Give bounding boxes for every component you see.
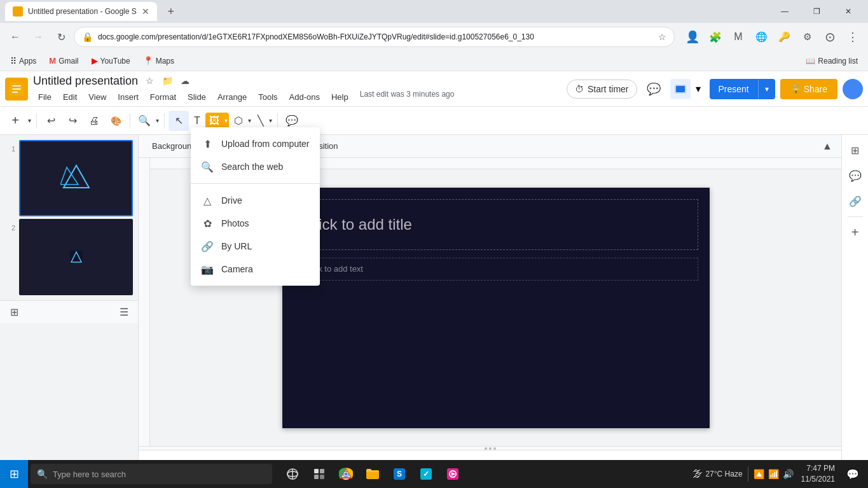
new-tab-button[interactable]: +	[162, 3, 180, 20]
ext-btn2[interactable]: ⚙	[797, 27, 817, 47]
toolbar-zoom[interactable]: 🔍 ▾	[134, 112, 160, 129]
slide-title-placeholder[interactable]: Click to add title	[294, 199, 698, 250]
toolbar-shapes-btn[interactable]: ⬡ ▾	[230, 112, 252, 129]
separator-2	[130, 113, 130, 129]
menu-addons[interactable]: Add-ons	[284, 90, 325, 104]
photos-icon: ✿	[201, 217, 214, 230]
slide-thumbnail-1[interactable]	[19, 140, 133, 216]
bookmark-youtube[interactable]: ▶ YouTube	[86, 55, 135, 67]
browser-tab[interactable]: Untitled presentation - Google S ✕	[5, 2, 157, 21]
menu-file[interactable]: File	[33, 90, 57, 104]
wifi-icon[interactable]: 📶	[768, 469, 779, 479]
star-icon[interactable]: ☆	[142, 73, 157, 88]
taskbar-app6[interactable]: ✓	[413, 461, 439, 487]
camera-item[interactable]: 📷 Camera	[191, 258, 320, 281]
search-web-item[interactable]: 🔍 Search the web	[191, 155, 320, 178]
bookmark-apps[interactable]: ⠿ Apps	[5, 55, 41, 67]
bookmark-star-icon[interactable]: ☆	[658, 32, 666, 42]
profile-circle-icon[interactable]: ⊙	[820, 27, 840, 47]
present-dropdown-icon[interactable]: ▾	[758, 80, 775, 99]
taskbar-widgets[interactable]	[307, 461, 332, 487]
start-button[interactable]: ⊞	[0, 460, 28, 488]
address-bar[interactable]: 🔒 docs.google.com/presentation/d/1eGTXE6…	[74, 27, 675, 47]
bookmark-gmail[interactable]: M Gmail	[44, 55, 83, 67]
tab-close-button[interactable]: ✕	[142, 6, 149, 17]
extension-icon-btn[interactable]: 🧩	[705, 27, 726, 47]
slide-mode-btn[interactable]	[670, 79, 691, 99]
taskbar-task-view[interactable]	[280, 461, 305, 487]
add-panel-btn[interactable]: +	[845, 222, 865, 242]
close-button[interactable]: ✕	[834, 2, 863, 21]
network-icon[interactable]: 🔼	[754, 469, 764, 479]
back-button[interactable]: ←	[5, 27, 25, 47]
taskbar-chrome[interactable]	[333, 461, 359, 487]
comment-button[interactable]: 💬	[642, 78, 665, 101]
notification-button[interactable]: 💬	[843, 460, 863, 488]
reload-button[interactable]: ↻	[51, 27, 71, 47]
reading-list-button[interactable]: 📖 Reading list	[801, 55, 863, 67]
toolbar-redo-btn[interactable]: ↪	[62, 111, 83, 131]
toolbar-image-btn[interactable]: 🖼 ▾	[205, 113, 229, 129]
folder-icon[interactable]: 📁	[160, 73, 175, 88]
menu-view[interactable]: View	[83, 90, 111, 104]
slides-header: Untitled presentation ☆ 📁 ☁ File Edit Vi…	[0, 71, 868, 107]
menu-tools[interactable]: Tools	[253, 90, 282, 104]
toolbar-undo-btn[interactable]: ↩	[41, 111, 61, 131]
present-button[interactable]: Present ▾	[710, 79, 775, 99]
minimize-button[interactable]: —	[770, 2, 799, 21]
cloud-icon[interactable]: ☁	[177, 73, 193, 88]
maximize-button[interactable]: ❐	[802, 2, 831, 21]
comments-panel-btn[interactable]: 💬	[845, 165, 865, 186]
toolbar-print-btn[interactable]: 🖨	[84, 111, 104, 131]
slide-mode-dropdown[interactable]: ▾	[692, 79, 705, 99]
menu-arrange[interactable]: Arrange	[212, 90, 252, 104]
volume-icon[interactable]: 🔊	[783, 469, 794, 479]
image-dropdown-icon[interactable]: ▾	[223, 115, 229, 127]
taskbar-clock[interactable]: 7:47 PM 11/5/2021	[796, 463, 840, 485]
toolbar-cursor-btn[interactable]: ↖	[169, 111, 189, 131]
taskbar-search-bar[interactable]: 🔍 Type here to search	[31, 464, 272, 484]
resize-dots	[485, 447, 496, 450]
menu-edit[interactable]: Edit	[58, 90, 82, 104]
menu-insert[interactable]: Insert	[113, 90, 144, 104]
toolbar-add-btn[interactable]: +	[5, 111, 25, 131]
active-slide[interactable]: Click to add title Click to add text	[282, 188, 710, 428]
menu-slide[interactable]: Slide	[183, 90, 211, 104]
grid-view-btn[interactable]: ⊞	[5, 303, 23, 321]
taskbar-app5[interactable]: S	[387, 461, 412, 487]
by-url-item[interactable]: 🔗 By URL	[191, 235, 320, 258]
taskbar-app7[interactable]	[440, 461, 465, 487]
links-panel-btn[interactable]: 🔗	[845, 191, 865, 211]
start-timer-button[interactable]: ⏱ Start timer	[567, 80, 637, 99]
forward-button[interactable]: →	[28, 27, 48, 47]
explore-btn[interactable]: ⊞	[845, 140, 865, 160]
toolbar-add-dropdown[interactable]: ▾	[27, 115, 32, 127]
chrome-menu-icon[interactable]: ⋮	[843, 27, 863, 47]
list-view-btn[interactable]: ☰	[115, 303, 133, 321]
svg-rect-3	[12, 92, 18, 93]
presentation-title[interactable]: Untitled presentation	[33, 74, 138, 88]
menu-format[interactable]: Format	[145, 90, 181, 104]
toolbar-text-btn[interactable]: T	[190, 113, 204, 129]
bookmark-maps[interactable]: 📍 Maps	[138, 55, 179, 67]
upload-from-computer-item[interactable]: ⬆ Upload from computer	[191, 132, 320, 155]
title-icons: ☆ 📁 ☁	[142, 73, 193, 88]
shapes-dropdown: ▾	[247, 115, 252, 127]
toolbar-format-paint-btn[interactable]: 🎨	[106, 111, 126, 131]
photos-item[interactable]: ✿ Photos	[191, 212, 320, 235]
share-button[interactable]: 🔒 Share	[780, 79, 837, 99]
collapse-toolbar-btn[interactable]: ▲	[818, 137, 836, 155]
profile-icon-btn[interactable]: 👤	[682, 27, 703, 47]
user-avatar[interactable]	[843, 79, 863, 99]
taskbar-file-explorer[interactable]	[360, 461, 385, 487]
drive-item[interactable]: △ Drive	[191, 189, 320, 212]
toolbar-lines-btn[interactable]: ╲ ▾	[254, 112, 273, 129]
clock-date: 11/5/2021	[801, 474, 835, 485]
lastpass-icon[interactable]: 🔑	[774, 27, 794, 47]
slide-thumbnail-2[interactable]	[19, 219, 133, 295]
translate-icon[interactable]: 🌐	[751, 27, 771, 47]
gmail-ext-icon[interactable]: M	[728, 27, 748, 47]
link-icon: 🔗	[201, 240, 214, 253]
menu-help[interactable]: Help	[326, 90, 354, 104]
slide-text-placeholder[interactable]: Click to add text	[294, 258, 698, 281]
